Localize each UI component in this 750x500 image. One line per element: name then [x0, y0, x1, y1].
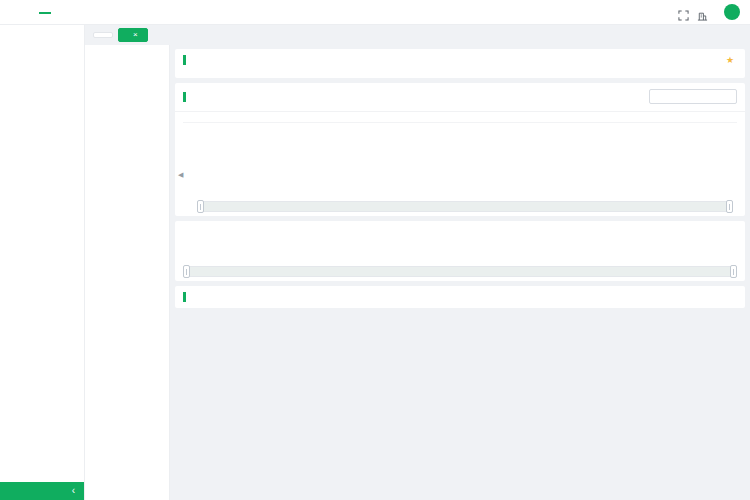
duration-table-card: [175, 286, 745, 308]
avatar[interactable]: [724, 4, 740, 20]
header-right: [678, 4, 740, 20]
content-area: ×: [85, 25, 750, 500]
slider-handle-left[interactable]: [197, 200, 204, 213]
main-area: ★: [170, 45, 750, 500]
tab-device-efficiency[interactable]: ×: [118, 28, 148, 42]
status-strip-chart: [183, 233, 737, 253]
tab-home[interactable]: [93, 32, 113, 38]
slider-handle-right[interactable]: [730, 265, 737, 278]
sidebar-collapse-button[interactable]: ‹: [0, 482, 84, 500]
tab-close-icon[interactable]: ×: [133, 31, 138, 39]
duration-table-title: [183, 292, 191, 302]
slider-handle-left[interactable]: [183, 265, 190, 278]
trend-line-chart: [183, 128, 737, 200]
efficiency-title: [183, 92, 191, 102]
date-picker[interactable]: [649, 89, 737, 104]
app-window: ‹ ×: [0, 0, 750, 500]
efficiency-card: ◀: [175, 83, 745, 216]
star-icon: ★: [726, 55, 734, 65]
device-info-title: [183, 55, 191, 65]
building-icon: [697, 7, 708, 18]
gauges-row: [183, 112, 737, 117]
green-bar: [183, 92, 186, 102]
slider-range: [184, 267, 736, 276]
slider-handle-right[interactable]: [726, 200, 733, 213]
device-panel: [85, 45, 170, 500]
status-strip-axis: [183, 255, 737, 264]
fullscreen-icon[interactable]: [678, 7, 689, 18]
green-bar: [183, 292, 186, 302]
carousel-left-icon[interactable]: ◀: [178, 171, 183, 179]
trend-zoom-slider[interactable]: [197, 201, 733, 212]
device-info-card: ★: [175, 49, 745, 78]
trend-chart-block: ◀: [183, 122, 737, 212]
collapse-left-icon: ‹: [72, 485, 75, 496]
green-bar: [183, 55, 186, 65]
tab-bar: ×: [85, 25, 750, 45]
sidebar: ‹: [0, 25, 85, 500]
slider-range: [198, 202, 732, 211]
status-zoom-slider[interactable]: [183, 266, 737, 277]
status-card: [175, 221, 745, 281]
unfollow-button[interactable]: ★: [726, 55, 737, 65]
top-header: [0, 0, 750, 25]
